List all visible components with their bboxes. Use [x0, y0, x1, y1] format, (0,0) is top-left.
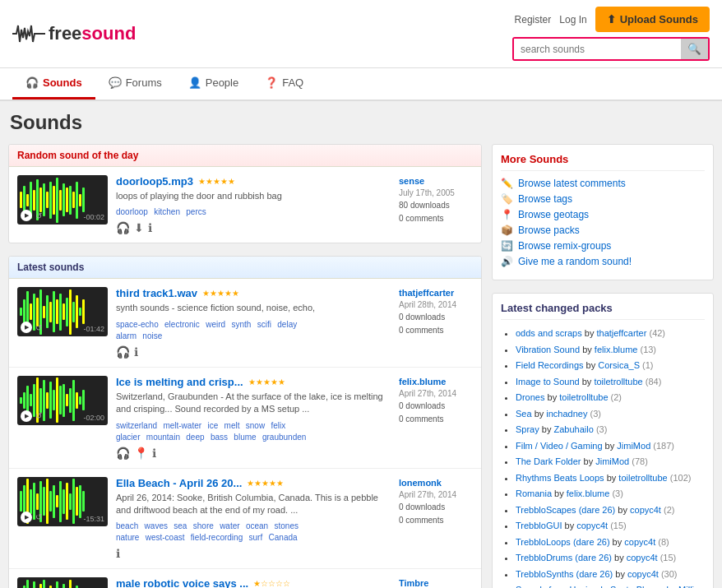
- pack-user-12[interactable]: copyc4t: [630, 505, 661, 515]
- tag-doorloop[interactable]: doorloop: [116, 207, 148, 216]
- upload-button[interactable]: ⬆ Upload Sounds: [595, 7, 710, 32]
- tag-space-echo[interactable]: space-echo: [116, 320, 159, 329]
- pack-link-4[interactable]: Image to Sound: [516, 377, 580, 387]
- pack-link-11[interactable]: Romania: [516, 488, 552, 498]
- pack-user-10[interactable]: toiletrolltube: [618, 473, 667, 483]
- tag-felix[interactable]: felix: [271, 421, 286, 430]
- tag-snow[interactable]: snow: [246, 421, 265, 430]
- register-link[interactable]: Register: [515, 14, 552, 25]
- tag-waves[interactable]: waves: [145, 521, 168, 530]
- sound-4-title[interactable]: male robotic voice says ...: [116, 577, 248, 588]
- sound-3-loop-button[interactable]: ↺: [35, 512, 42, 521]
- pack-user-4[interactable]: toiletrolltube: [594, 377, 642, 387]
- login-link[interactable]: Log In: [559, 14, 586, 25]
- tag-electronic[interactable]: electronic: [164, 320, 200, 329]
- tag-deep[interactable]: deep: [186, 433, 204, 442]
- tag-nature[interactable]: nature: [116, 533, 139, 542]
- tag-shore[interactable]: shore: [193, 521, 214, 530]
- pack-user-3[interactable]: Corsica_S: [598, 360, 640, 370]
- pack-link-9[interactable]: The Dark Folder: [516, 456, 581, 466]
- nav-sounds[interactable]: 🎧 Sounds: [12, 68, 95, 100]
- pack-link-5[interactable]: Drones: [516, 392, 544, 402]
- browse-tags-link[interactable]: 🏷️ Browse tags: [501, 193, 705, 205]
- sound-3-title[interactable]: Ella Beach - April 26 20...: [116, 477, 242, 489]
- pack-link-3[interactable]: Field Recordings: [516, 360, 584, 370]
- random-sound-title[interactable]: doorloop5.mp3: [116, 175, 193, 188]
- pack-link-15[interactable]: TrebbloDrums (dare 26): [516, 553, 612, 563]
- random-sound-link[interactable]: 🔊 Give me a random sound!: [501, 256, 705, 267]
- sound-1-info-icon[interactable]: ℹ: [134, 345, 138, 359]
- sound-3-user[interactable]: lonemonk: [399, 478, 442, 488]
- tag-field-recording[interactable]: field-recording: [191, 533, 243, 542]
- search-button[interactable]: 🔍: [681, 39, 708, 59]
- pack-link-12[interactable]: TrebbloScapes (dare 26): [516, 505, 615, 515]
- tag-weird[interactable]: weird: [206, 320, 225, 329]
- pack-user-2[interactable]: felix.blume: [595, 345, 638, 354]
- tag-noise[interactable]: noise: [142, 331, 162, 340]
- tag-water[interactable]: water: [220, 521, 239, 530]
- pack-user-6[interactable]: inchadney: [546, 409, 587, 419]
- sound-3-play-button[interactable]: ▶: [21, 512, 32, 523]
- tag-glacier[interactable]: glacier: [116, 433, 140, 442]
- sound-3-info-icon[interactable]: ℹ: [116, 547, 120, 560]
- search-input[interactable]: [514, 39, 681, 59]
- sound-1-loop-button[interactable]: ↺: [35, 323, 42, 332]
- pack-user-8[interactable]: JimiMod: [617, 441, 650, 451]
- tag-ocean[interactable]: ocean: [246, 521, 268, 530]
- sound-1-user[interactable]: thatjeffcarter: [399, 288, 454, 298]
- pack-link-16[interactable]: TrebbloSynths (dare 26): [516, 569, 613, 579]
- nav-forums[interactable]: 💬 Forums: [95, 68, 175, 100]
- pack-link-13[interactable]: TrebbloGUI: [516, 521, 562, 530]
- tag-sea[interactable]: sea: [174, 521, 187, 530]
- pack-link-6[interactable]: Sea: [516, 409, 532, 419]
- tag-switzerland[interactable]: switzerland: [116, 421, 157, 430]
- pack-user-7[interactable]: Zabuhailo: [553, 424, 593, 434]
- sound-2-loop-button[interactable]: ↺: [35, 411, 42, 420]
- tag-melt[interactable]: melt: [224, 421, 240, 430]
- pack-user-16[interactable]: copyc4t: [627, 569, 659, 579]
- pack-user-15[interactable]: copyc4t: [627, 553, 658, 563]
- sound-1-headphone-icon[interactable]: 🎧: [116, 345, 130, 359]
- pack-link-1[interactable]: odds and scraps: [516, 328, 582, 338]
- random-sound-user[interactable]: sense: [399, 176, 424, 186]
- browse-comments-link[interactable]: ✏️ Browse latest comments: [501, 178, 705, 189]
- tag-alarm[interactable]: alarm: [116, 331, 137, 340]
- tag-bass[interactable]: bass: [211, 433, 228, 442]
- random-loop-button[interactable]: ↺: [35, 211, 42, 220]
- info-icon[interactable]: ℹ: [148, 221, 152, 234]
- tag-blume[interactable]: blume: [234, 433, 256, 442]
- pack-link-10[interactable]: Rhythms Beats Loops: [516, 473, 604, 483]
- browse-geotags-link[interactable]: 📍 Browse geotags: [501, 209, 705, 220]
- tag-delay[interactable]: delay: [277, 320, 297, 329]
- pack-link-8[interactable]: Film / Video / Gaming: [516, 441, 603, 451]
- pack-user-1[interactable]: thatjeffcarter: [596, 328, 646, 338]
- pack-user-11[interactable]: felix.blume: [567, 488, 610, 498]
- sound-2-info-icon[interactable]: ℹ: [152, 447, 156, 460]
- tag-kitchen[interactable]: kitchen: [154, 207, 180, 216]
- pack-link-14[interactable]: TrebbloLoops (dare 26): [516, 537, 610, 547]
- pack-user-13[interactable]: copyc4t: [576, 521, 608, 530]
- sound-2-title[interactable]: Ice is melting and crisp...: [116, 376, 243, 388]
- sound-2-user[interactable]: felix.blume: [399, 377, 446, 387]
- random-play-button[interactable]: ▶: [21, 210, 32, 221]
- tag-percs[interactable]: percs: [186, 207, 206, 216]
- browse-packs-link[interactable]: 📦 Browse packs: [501, 225, 705, 236]
- download-icon[interactable]: ⬇: [134, 221, 144, 234]
- nav-people[interactable]: 👤 People: [175, 68, 252, 100]
- tag-west-coast[interactable]: west-coast: [146, 533, 185, 542]
- tag-mountain[interactable]: mountain: [146, 433, 180, 442]
- browse-remix-link[interactable]: 🔄 Browse remix-groups: [501, 240, 705, 252]
- sound-2-headphone-icon[interactable]: 🎧: [116, 447, 130, 460]
- pack-link-7[interactable]: Spray: [516, 424, 539, 434]
- tag-synth[interactable]: synth: [231, 320, 251, 329]
- tag-stones[interactable]: stones: [275, 521, 299, 530]
- pack-link-2[interactable]: Vibration Sound: [516, 345, 580, 354]
- tag-melt-water[interactable]: melt-water: [163, 421, 201, 430]
- tag-beach[interactable]: beach: [116, 521, 138, 530]
- tag-canada[interactable]: Canada: [269, 533, 298, 542]
- pack-user-9[interactable]: JimiMod: [595, 456, 629, 466]
- sound-2-play-button[interactable]: ▶: [21, 410, 32, 422]
- tag-scifi[interactable]: scifi: [257, 320, 271, 329]
- sound-2-pin-icon[interactable]: 📍: [134, 447, 148, 460]
- pack-user-5[interactable]: toiletrolltube: [559, 392, 608, 402]
